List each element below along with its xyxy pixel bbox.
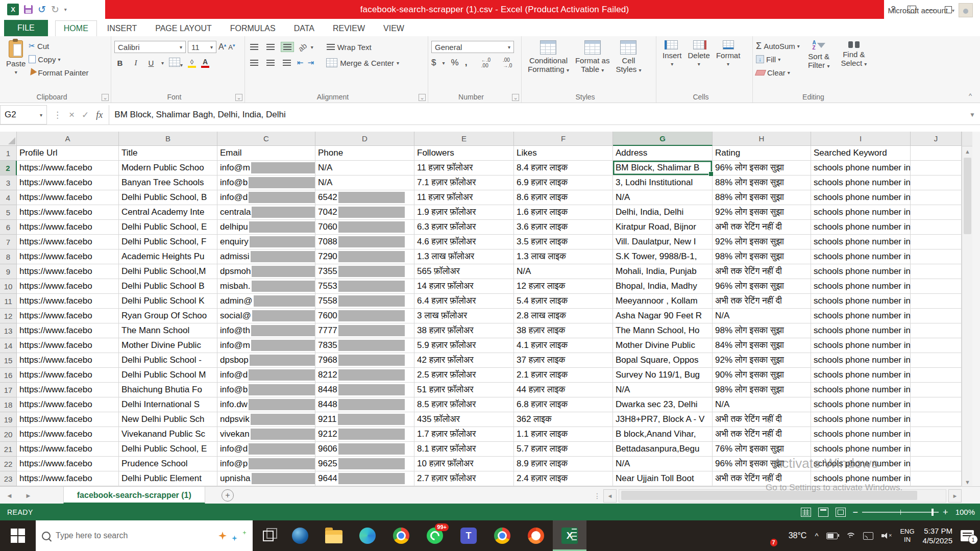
cell-H23[interactable]: अभी तक रेटिंग नहीं दी bbox=[713, 471, 811, 486]
cell-I11[interactable]: schools phone number in delhi bbox=[811, 294, 911, 309]
cell-J2[interactable] bbox=[911, 161, 962, 176]
cell-E23[interactable]: 2.7 हज़ार फ़ॉलोअर bbox=[414, 471, 514, 486]
row-header-5[interactable]: 5 bbox=[0, 205, 17, 220]
cell-B14[interactable]: Mother Divine Public bbox=[119, 338, 217, 353]
taskbar-excel-icon[interactable]: X bbox=[553, 520, 586, 551]
cell-F1[interactable]: Likes bbox=[514, 146, 613, 161]
cell-H20[interactable]: अभी तक रेटिंग नहीं दी bbox=[713, 427, 811, 442]
cell-G5[interactable]: Delhi, India, Delhi bbox=[613, 205, 713, 220]
notification-center-icon[interactable]: 1 bbox=[961, 530, 974, 541]
cell-D16[interactable]: 8212 bbox=[315, 368, 414, 383]
column-header-J[interactable]: J bbox=[911, 132, 962, 146]
save-icon[interactable] bbox=[24, 5, 33, 14]
account-menu[interactable]: Microsoft account ▾ bbox=[888, 3, 973, 17]
cell-H6[interactable]: अभी तक रेटिंग नहीं दी bbox=[713, 220, 811, 235]
taskbar-brave-icon[interactable] bbox=[519, 520, 553, 551]
cell-F17[interactable]: 44 हज़ार लाइक bbox=[514, 383, 613, 397]
cell-H11[interactable]: अभी तक रेटिंग नहीं दी bbox=[713, 294, 811, 309]
cell-F19[interactable]: 362 लाइक bbox=[514, 412, 613, 427]
cell-C2[interactable]: info@m bbox=[217, 161, 315, 176]
row-header-23[interactable]: 23 bbox=[0, 471, 17, 486]
cell-C22[interactable]: info@p bbox=[217, 457, 315, 471]
cell-F10[interactable]: 12 हज़ार लाइक bbox=[514, 279, 613, 294]
cell-J20[interactable] bbox=[911, 427, 962, 442]
cell-J15[interactable] bbox=[911, 353, 962, 368]
cell-E2[interactable]: 11 हज़ार फ़ॉलोअर bbox=[414, 161, 514, 176]
cell-C11[interactable]: admin@ bbox=[217, 294, 315, 309]
new-sheet-button[interactable]: + bbox=[222, 489, 234, 502]
cell-G15[interactable]: Bopal Square, Oppos bbox=[613, 353, 713, 368]
font-dialog-launcher[interactable]: ⌄ bbox=[235, 94, 242, 101]
italic-button[interactable]: I bbox=[131, 59, 141, 67]
cell-E1[interactable]: Followers bbox=[414, 146, 514, 161]
avatar[interactable] bbox=[959, 3, 973, 17]
cell-B12[interactable]: Ryan Group Of Schoo bbox=[119, 309, 217, 323]
cell-A23[interactable]: https://www.facebo bbox=[17, 471, 119, 486]
ribbon-tab-home[interactable]: HOME bbox=[55, 20, 97, 36]
cell-G13[interactable]: The Mann School, Ho bbox=[613, 323, 713, 338]
cast-icon[interactable] bbox=[863, 532, 873, 540]
cell-A1[interactable]: Profile Url bbox=[17, 146, 119, 161]
ribbon-tab-page-layout[interactable]: PAGE LAYOUT bbox=[147, 21, 220, 36]
fill-handle[interactable] bbox=[708, 171, 714, 177]
cell-I4[interactable]: schools phone number in delhi bbox=[811, 190, 911, 205]
cell-D21[interactable]: 9606 bbox=[315, 442, 414, 457]
start-button[interactable] bbox=[0, 520, 36, 551]
cell-B8[interactable]: Academic Heights Pu bbox=[119, 249, 217, 264]
row-header-20[interactable]: 20 bbox=[0, 427, 17, 442]
cell-I22[interactable]: schools phone number in delhi bbox=[811, 457, 911, 471]
cell-I18[interactable]: schools phone number in delhi bbox=[811, 397, 911, 412]
name-box[interactable]: G2 ▾ bbox=[0, 105, 47, 124]
cell-J1[interactable] bbox=[911, 146, 962, 161]
cell-F12[interactable]: 2.8 लाख लाइक bbox=[514, 309, 613, 323]
cell-I5[interactable]: schools phone number in delhi bbox=[811, 205, 911, 220]
taskbar-chrome-2-icon[interactable] bbox=[485, 520, 519, 551]
cell-E9[interactable]: 565 फ़ॉलोअर bbox=[414, 264, 514, 279]
cell-A14[interactable]: https://www.facebo bbox=[17, 338, 119, 353]
increase-decimal-button[interactable]: ←.0 .00 bbox=[481, 57, 497, 68]
row-header-6[interactable]: 6 bbox=[0, 220, 17, 235]
cell-C8[interactable]: admissi bbox=[217, 249, 315, 264]
cell-C5[interactable]: centrala bbox=[217, 205, 315, 220]
cell-D14[interactable]: 7835 bbox=[315, 338, 414, 353]
cell-C6[interactable]: delhipu bbox=[217, 220, 315, 235]
vertical-scrollbar[interactable]: ▲ ▼ bbox=[962, 132, 973, 486]
cell-E21[interactable]: 8.1 हज़ार फ़ॉलोअर bbox=[414, 442, 514, 457]
cell-D9[interactable]: 7355 bbox=[315, 264, 414, 279]
formula-input[interactable]: BM Block, Shalimar Bagh, Delhi, India, D… bbox=[109, 105, 965, 124]
ribbon-tab-view[interactable]: VIEW bbox=[375, 21, 412, 36]
taskbar-edge-icon[interactable] bbox=[351, 520, 384, 551]
column-header-E[interactable]: E bbox=[414, 132, 514, 146]
cell-H18[interactable]: N/A bbox=[713, 397, 811, 412]
column-header-F[interactable]: F bbox=[514, 132, 613, 146]
underline-button[interactable]: U bbox=[146, 59, 156, 67]
cell-I2[interactable]: schools phone number in delhi bbox=[811, 161, 911, 176]
cell-E7[interactable]: 4.6 हज़ार फ़ॉलोअर bbox=[414, 235, 514, 249]
scroll-up-icon[interactable]: ▲ bbox=[962, 146, 973, 157]
cell-G22[interactable]: N/A bbox=[613, 457, 713, 471]
normal-view-icon[interactable] bbox=[801, 508, 811, 517]
cell-F4[interactable]: 8.6 हज़ार लाइक bbox=[514, 190, 613, 205]
cell-C3[interactable]: info@b bbox=[217, 176, 315, 190]
cell-D8[interactable]: 7290 bbox=[315, 249, 414, 264]
cell-E18[interactable]: 8.5 हज़ार फ़ॉलोअर bbox=[414, 397, 514, 412]
page-break-view-icon[interactable] bbox=[836, 508, 846, 517]
cell-I16[interactable]: schools phone number in delhi bbox=[811, 368, 911, 383]
cell-A7[interactable]: https://www.facebo bbox=[17, 235, 119, 249]
row-header-17[interactable]: 17 bbox=[0, 383, 17, 397]
cell-C13[interactable]: info@th bbox=[217, 323, 315, 338]
decrease-decimal-button[interactable]: .00 →.0 bbox=[503, 57, 518, 68]
cell-F20[interactable]: 1.1 हज़ार लाइक bbox=[514, 427, 613, 442]
cell-F6[interactable]: 3.6 हज़ार लाइक bbox=[514, 220, 613, 235]
conditional-formatting-button[interactable]: ConditionalFormatting ▾ bbox=[525, 39, 572, 75]
taskbar-whatsapp-icon[interactable]: 99+ bbox=[418, 520, 452, 551]
cell-C15[interactable]: dpsbop bbox=[217, 353, 315, 368]
cell-A22[interactable]: https://www.facebo bbox=[17, 457, 119, 471]
clipboard-dialog-launcher[interactable]: ⌄ bbox=[102, 94, 109, 101]
row-header-3[interactable]: 3 bbox=[0, 176, 17, 190]
cell-F14[interactable]: 4.1 हज़ार लाइक bbox=[514, 338, 613, 353]
cell-C21[interactable]: info@d bbox=[217, 442, 315, 457]
cell-D22[interactable]: 9625 bbox=[315, 457, 414, 471]
cell-A5[interactable]: https://www.facebo bbox=[17, 205, 119, 220]
task-view-button[interactable] bbox=[253, 520, 283, 551]
